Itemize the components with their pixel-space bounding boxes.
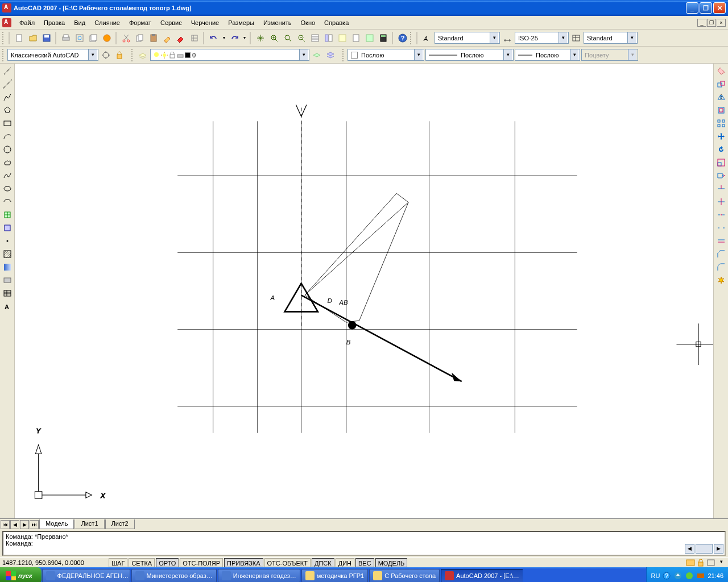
model-tab[interactable]: Модель: [39, 519, 74, 529]
lang-indicator[interactable]: RU: [651, 572, 660, 579]
menu-format[interactable]: Формат: [125, 18, 156, 27]
task-button[interactable]: Инженерная геодез…: [218, 569, 300, 582]
extend-tool[interactable]: [715, 196, 727, 208]
tab-first[interactable]: ⏮: [1, 520, 10, 529]
menu-merge[interactable]: Слияние: [90, 18, 125, 27]
zoom-previous-button[interactable]: [295, 32, 308, 44]
array-tool[interactable]: [715, 117, 727, 130]
gradient-tool[interactable]: [1, 261, 14, 273]
point-tool[interactable]: [1, 235, 14, 247]
make-block-tool[interactable]: [1, 222, 14, 234]
break-tool[interactable]: [715, 222, 727, 234]
snap-toggle[interactable]: ШАГ: [109, 558, 127, 567]
task-button[interactable]: Министерство образ…: [131, 569, 217, 582]
quickcalc-button[interactable]: [377, 32, 390, 44]
spline-tool[interactable]: [1, 169, 14, 182]
copy-tool[interactable]: [715, 78, 727, 90]
workspace-select[interactable]: Классический AutoCAD▾: [7, 49, 98, 61]
mirror-tool[interactable]: [715, 91, 727, 103]
rotate-tool[interactable]: [715, 143, 727, 156]
markup-button[interactable]: [363, 32, 376, 44]
scale-tool[interactable]: [715, 156, 727, 169]
redo-button[interactable]: [228, 32, 241, 44]
plot-button[interactable]: [60, 32, 72, 44]
coords-display[interactable]: 1487.1210, 950.6904, 0.0000: [0, 559, 108, 566]
3dwf-button[interactable]: [101, 32, 113, 44]
dsu-toggle[interactable]: ДПСК: [312, 558, 334, 567]
save-button[interactable]: [40, 32, 53, 44]
otrack-toggle[interactable]: ОТС-ОБЪЕКТ: [264, 558, 311, 567]
clock[interactable]: 21:46: [708, 572, 723, 579]
lineweight-select[interactable]: Послою▾: [515, 49, 580, 61]
undo-dropdown[interactable]: ▾: [221, 32, 227, 44]
hatch-tool[interactable]: [1, 248, 14, 260]
menu-view[interactable]: Вид: [69, 18, 90, 27]
cut-button[interactable]: [120, 32, 133, 44]
publish-button[interactable]: [87, 32, 100, 44]
tab-last[interactable]: ⏭: [30, 520, 39, 529]
menu-window[interactable]: Окно: [296, 18, 320, 27]
table-style-icon[interactable]: [570, 32, 582, 44]
sheet2-tab[interactable]: Лист2: [105, 519, 135, 529]
menu-draw[interactable]: Черчение: [187, 18, 224, 27]
menu-modify[interactable]: Изменить: [259, 18, 296, 27]
move-tool[interactable]: [715, 130, 727, 143]
circle-tool[interactable]: [1, 143, 14, 156]
dim-style-icon[interactable]: [501, 32, 514, 44]
table-style-select[interactable]: Standard▾: [584, 32, 638, 44]
new-button[interactable]: [13, 32, 26, 44]
menu-tools[interactable]: Сервис: [156, 18, 187, 27]
text-style-icon[interactable]: A: [421, 32, 433, 44]
mtext-tool[interactable]: A: [1, 300, 14, 313]
arc-tool[interactable]: [1, 130, 14, 143]
pan-button[interactable]: [254, 32, 267, 44]
close-button[interactable]: ✕: [713, 2, 726, 14]
layer-select[interactable]: 0▾: [150, 49, 309, 61]
layer-props-button[interactable]: [136, 49, 149, 61]
tab-prev[interactable]: ◀: [10, 520, 19, 529]
ellipse-tool[interactable]: [1, 182, 14, 195]
revcloud-tool[interactable]: [1, 156, 14, 169]
tab-next[interactable]: ▶: [20, 520, 29, 529]
zoom-realtime-button[interactable]: [268, 32, 280, 44]
erase-tool[interactable]: [715, 65, 727, 77]
model-toggle[interactable]: МОДЕЛЬ: [375, 558, 408, 567]
layer-previous-button[interactable]: [311, 49, 323, 61]
stretch-tool[interactable]: [715, 169, 727, 182]
props-grip[interactable]: [342, 49, 345, 61]
trim-tool[interactable]: [715, 182, 727, 195]
menu-help[interactable]: Справка: [320, 18, 353, 27]
dyn-toggle[interactable]: ДИН: [336, 558, 354, 567]
status-comm-icon[interactable]: [686, 559, 695, 567]
match-props-button[interactable]: [161, 32, 173, 44]
explode-tool[interactable]: [715, 274, 727, 286]
task-button[interactable]: методичка РГР1: [301, 569, 368, 582]
polar-toggle[interactable]: ОТС-ПОЛЯР: [180, 558, 223, 567]
open-button[interactable]: [27, 32, 39, 44]
linetype-select[interactable]: Послою▾: [425, 49, 514, 61]
cmd-scroll-grip[interactable]: [696, 544, 713, 554]
mdi-close-button[interactable]: ×: [717, 19, 726, 27]
task-button-active[interactable]: AutoCAD 2007 - [E:\…: [441, 569, 523, 582]
chamfer-tool[interactable]: [715, 248, 727, 260]
text-style-select[interactable]: Standard▾: [435, 32, 500, 44]
sheet1-tab[interactable]: Лист1: [75, 519, 104, 529]
task-button[interactable]: ФЕДЕРАЛЬНОЕ АГЕН…: [42, 569, 130, 582]
help-button[interactable]: ?: [396, 32, 409, 44]
polygon-tool[interactable]: [1, 104, 14, 117]
line-tool[interactable]: [1, 65, 14, 77]
break-point-tool[interactable]: [715, 209, 727, 221]
cmd-scroll-right[interactable]: ▶: [714, 544, 723, 554]
menu-file[interactable]: Файл: [15, 18, 39, 27]
ellipse-arc-tool[interactable]: [1, 196, 14, 208]
undo-button[interactable]: [208, 32, 220, 44]
paste-button[interactable]: [147, 32, 160, 44]
rectangle-tool[interactable]: [1, 117, 14, 130]
zoom-window-button[interactable]: [282, 32, 294, 44]
workspace-lock-button[interactable]: [113, 49, 126, 61]
osnap-toggle[interactable]: ПРИВЯЗКА: [224, 558, 263, 567]
plot-preview-button[interactable]: [73, 32, 86, 44]
ortho-toggle[interactable]: ОРТО: [156, 558, 179, 567]
tray-icon[interactable]: [673, 571, 682, 580]
table-tool[interactable]: [1, 287, 14, 300]
